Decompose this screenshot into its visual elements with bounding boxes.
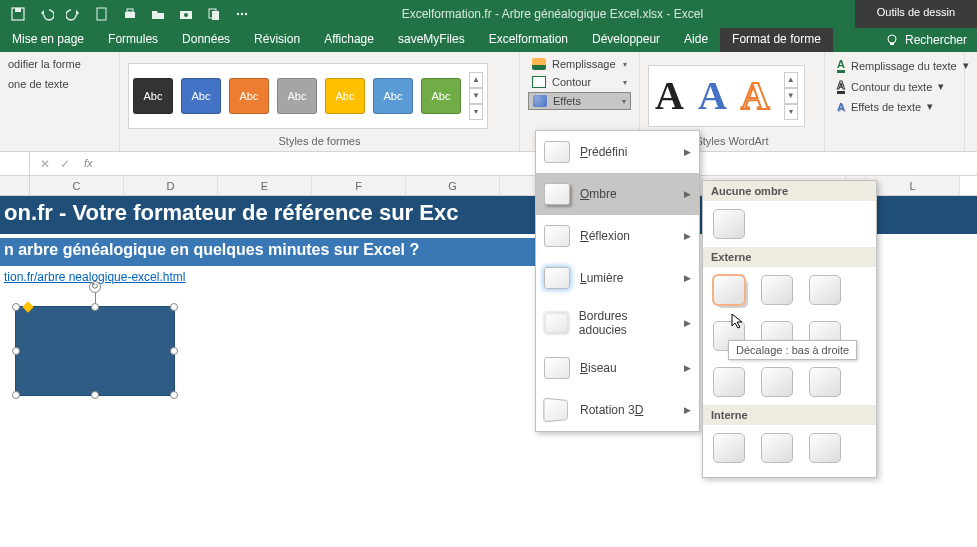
tab-data[interactable]: Données: [170, 28, 242, 52]
menu-softedges[interactable]: Bordures adoucies▶: [536, 299, 699, 347]
menu-bevel[interactable]: Biseau▶: [536, 347, 699, 389]
shadow-option[interactable]: [713, 433, 745, 463]
menu-rotation3d[interactable]: Rotation 3D▶: [536, 389, 699, 431]
rotation-handle[interactable]: [89, 281, 101, 293]
wordart-gallery[interactable]: A A A ▲▼▾: [648, 65, 805, 127]
label: Biseau: [580, 361, 617, 375]
tab-help[interactable]: Aide: [672, 28, 720, 52]
ribbon: odifier la forme one de texte Abc Abc Ab…: [0, 52, 977, 152]
tab-review[interactable]: Révision: [242, 28, 312, 52]
camera-icon[interactable]: [178, 6, 194, 22]
col-header[interactable]: E: [218, 176, 312, 195]
adjust-handle[interactable]: [22, 301, 33, 312]
tab-layout[interactable]: Mise en page: [0, 28, 96, 52]
col-header[interactable]: C: [30, 176, 124, 195]
shadow-option[interactable]: [713, 367, 745, 397]
shadow-option[interactable]: [761, 275, 793, 305]
search-box[interactable]: Rechercher: [875, 28, 977, 52]
window-title: Excelformation.fr - Arbre généalogique E…: [250, 7, 855, 21]
name-box[interactable]: [0, 152, 30, 175]
style-swatch[interactable]: Abc: [325, 78, 365, 114]
tab-view[interactable]: Affichage: [312, 28, 386, 52]
resize-handle[interactable]: [91, 391, 99, 399]
shadow-option[interactable]: [761, 433, 793, 463]
tab-format-shape[interactable]: Format de forme: [720, 28, 833, 52]
selected-shape[interactable]: [15, 306, 175, 396]
print-icon[interactable]: [122, 6, 138, 22]
tab-formulas[interactable]: Formules: [96, 28, 170, 52]
svg-rect-3: [125, 12, 135, 18]
tab-savemyfiles[interactable]: saveMyFiles: [386, 28, 477, 52]
shape-outline-button[interactable]: Contour▾: [528, 74, 631, 90]
shape-fill-button[interactable]: Remplissage▾: [528, 56, 631, 72]
more-icon[interactable]: [234, 6, 250, 22]
shadow-gallery: Aucune ombre Externe Interne: [702, 180, 877, 478]
col-header[interactable]: D: [124, 176, 218, 195]
resize-handle[interactable]: [12, 391, 20, 399]
wordart-swatch[interactable]: A: [698, 72, 727, 119]
save-icon[interactable]: [10, 6, 26, 22]
shadow-option[interactable]: [809, 275, 841, 305]
shadow-option[interactable]: [809, 367, 841, 397]
shadow-none[interactable]: [713, 209, 745, 239]
select-all-corner[interactable]: [0, 176, 30, 195]
col-header[interactable]: F: [312, 176, 406, 195]
resize-handle[interactable]: [170, 391, 178, 399]
confirm-icon[interactable]: ✓: [60, 157, 70, 171]
style-swatch[interactable]: Abc: [229, 78, 269, 114]
style-swatch[interactable]: Abc: [421, 78, 461, 114]
redo-icon[interactable]: [66, 6, 82, 22]
text-outline-button[interactable]: AContour du texte▾: [833, 77, 956, 96]
edit-shape-button[interactable]: odifier la forme: [8, 56, 81, 72]
group-text-fill: ARemplissage du texte▾ AContour du texte…: [825, 52, 965, 151]
wordart-swatch[interactable]: A: [741, 72, 770, 119]
text-fill-button[interactable]: ARemplissage du texte▾: [833, 56, 956, 75]
resize-handle[interactable]: [12, 303, 20, 311]
style-swatch[interactable]: Abc: [133, 78, 173, 114]
reflection-icon: [544, 225, 570, 247]
shadow-offset-br[interactable]: [713, 275, 745, 305]
menu-shadow[interactable]: Ombre▶: [536, 173, 699, 215]
header-outer: Externe: [703, 247, 876, 267]
label: Ombre: [580, 187, 617, 201]
resize-handle[interactable]: [91, 303, 99, 311]
shape-style-gallery[interactable]: Abc Abc Abc Abc Abc Abc Abc ▲▼▾: [128, 63, 488, 129]
new-icon[interactable]: [94, 6, 110, 22]
label: Remplissage du texte: [851, 60, 957, 72]
svg-point-11: [245, 13, 247, 15]
formula-bar: ✕ ✓ fx: [0, 152, 977, 176]
gallery-scroll[interactable]: ▲▼▾: [469, 72, 483, 120]
text-effects-button[interactable]: AEffets de texte▾: [833, 98, 956, 115]
shadow-option[interactable]: [809, 433, 841, 463]
wordart-swatch[interactable]: A: [655, 72, 684, 119]
fx-icon[interactable]: fx: [80, 157, 93, 171]
text-effects-icon: A: [837, 101, 845, 113]
menu-reflection[interactable]: Réflexion▶: [536, 215, 699, 257]
resize-handle[interactable]: [170, 347, 178, 355]
open-icon[interactable]: [150, 6, 166, 22]
menu-glow[interactable]: Lumière▶: [536, 257, 699, 299]
resize-handle[interactable]: [170, 303, 178, 311]
resize-handle[interactable]: [12, 347, 20, 355]
gallery-scroll[interactable]: ▲▼▾: [784, 72, 798, 120]
cancel-icon[interactable]: ✕: [40, 157, 50, 171]
col-header[interactable]: L: [866, 176, 960, 195]
copy-icon[interactable]: [206, 6, 222, 22]
undo-icon[interactable]: [38, 6, 54, 22]
softedges-icon: [544, 312, 569, 334]
text-box-button[interactable]: one de texte: [8, 76, 69, 92]
label: Bordures adoucies: [579, 309, 674, 337]
text-outline-icon: A: [837, 79, 845, 94]
menu-preset[interactable]: Prédéfini▶: [536, 131, 699, 173]
label: Lumière: [580, 271, 623, 285]
style-swatch[interactable]: Abc: [373, 78, 413, 114]
shadow-option[interactable]: [761, 367, 793, 397]
shape-effects-button[interactable]: Effets▾: [528, 92, 631, 110]
style-swatch[interactable]: Abc: [277, 78, 317, 114]
tab-developer[interactable]: Développeur: [580, 28, 672, 52]
style-swatch[interactable]: Abc: [181, 78, 221, 114]
label: Remplissage: [552, 58, 616, 70]
header-none: Aucune ombre: [703, 181, 876, 201]
tab-excelformation[interactable]: Excelformation: [477, 28, 580, 52]
col-header[interactable]: G: [406, 176, 500, 195]
